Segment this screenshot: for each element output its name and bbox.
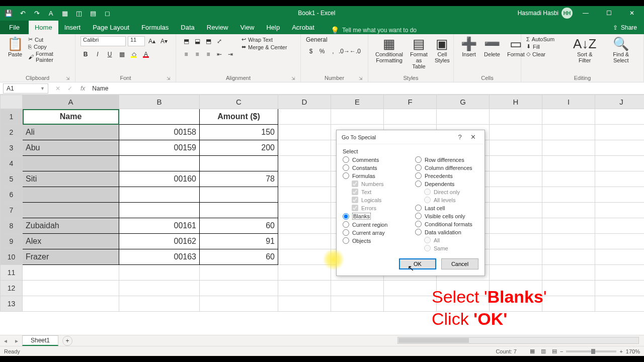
opt-precedents[interactable]: Precedents xyxy=(415,172,478,179)
user-name[interactable]: Hasmadi Hasbi xyxy=(518,10,558,17)
row-header[interactable]: 11 xyxy=(1,265,23,281)
share-button[interactable]: ⇪ Share xyxy=(606,21,644,34)
delete-cells-button[interactable]: ➖Delete xyxy=(482,36,502,58)
cell[interactable] xyxy=(542,265,595,281)
cell[interactable]: 00161 xyxy=(119,218,200,234)
view-normal-icon[interactable]: ▦ xyxy=(527,348,538,354)
cell[interactable] xyxy=(278,296,331,312)
spreadsheet-grid[interactable]: A B C D E F G H I J 1NameAmount ($)2Ali0… xyxy=(0,95,644,335)
cell[interactable]: Zubaidah xyxy=(23,218,119,234)
col-header[interactable]: F xyxy=(384,95,437,109)
tab-page-layout[interactable]: Page Layout xyxy=(87,21,135,34)
cell[interactable]: 91 xyxy=(200,234,278,249)
find-select-button[interactable]: 🔍Find & Select xyxy=(604,36,638,64)
cell[interactable] xyxy=(119,109,200,125)
row-header[interactable]: 5 xyxy=(1,171,23,187)
fill-color-button[interactable]: ◇ xyxy=(129,49,139,59)
cell[interactable] xyxy=(278,265,331,281)
row-header[interactable]: 12 xyxy=(1,281,23,296)
wrap-text-button[interactable]: ↩Wrap Text xyxy=(242,36,287,43)
percent-icon[interactable]: % xyxy=(317,46,327,56)
cell[interactable] xyxy=(595,249,645,265)
clear-button[interactable]: ◇Clear xyxy=(526,51,566,57)
minimize-icon[interactable]: — xyxy=(576,6,596,20)
enter-formula-icon[interactable]: ✓ xyxy=(67,85,72,92)
cell[interactable] xyxy=(200,187,278,203)
cell[interactable]: 150 xyxy=(200,125,278,140)
cell[interactable] xyxy=(119,156,200,171)
accounting-icon[interactable]: $ xyxy=(306,46,316,56)
copy-button[interactable]: ⎘Copy xyxy=(28,44,70,50)
maximize-icon[interactable]: ☐ xyxy=(599,6,619,20)
cell[interactable]: 00162 xyxy=(119,234,200,249)
cell[interactable]: Alex xyxy=(23,234,119,249)
add-sheet-icon[interactable]: + xyxy=(62,336,72,346)
cell[interactable]: Amount ($) xyxy=(200,109,278,125)
bold-button[interactable]: B xyxy=(80,49,91,59)
tab-file[interactable]: File xyxy=(0,21,29,34)
row-header[interactable]: 4 xyxy=(1,156,23,171)
opt-formulas[interactable]: Formulas xyxy=(343,172,406,179)
opt-visible-cells[interactable]: Visible cells only xyxy=(415,213,478,219)
comma-icon[interactable]: , xyxy=(328,46,338,56)
cancel-button[interactable]: Cancel xyxy=(441,258,478,269)
sheet-nav-next-icon[interactable]: ▸ xyxy=(11,337,22,344)
cell[interactable] xyxy=(200,265,278,281)
opt-cond-formats[interactable]: Conditional formats xyxy=(415,221,478,227)
col-header[interactable]: I xyxy=(542,95,595,109)
cell[interactable]: 60 xyxy=(200,218,278,234)
cell[interactable] xyxy=(490,203,542,218)
cell[interactable] xyxy=(278,171,331,187)
launcher-icon[interactable]: ⇲ xyxy=(291,76,295,81)
ok-button[interactable]: OK xyxy=(399,258,436,269)
tell-me[interactable]: 💡 Tell me what you want to do xyxy=(331,26,417,34)
cell[interactable] xyxy=(278,203,331,218)
cell[interactable] xyxy=(331,281,384,296)
cell[interactable] xyxy=(23,281,119,296)
align-center-icon[interactable]: ≡ xyxy=(192,49,202,59)
cell-styles-button[interactable]: ▣Cell Styles xyxy=(433,36,452,64)
cell[interactable] xyxy=(278,218,331,234)
zoom-out-icon[interactable]: − xyxy=(560,348,563,354)
border-button[interactable]: ▦ xyxy=(117,49,127,59)
opt-data-validation[interactable]: Data validation xyxy=(415,229,478,235)
cell[interactable] xyxy=(278,109,331,125)
cell[interactable] xyxy=(595,265,645,281)
paste-button[interactable]: 📋Paste xyxy=(5,36,25,58)
cell[interactable] xyxy=(542,187,595,203)
row-header[interactable]: 10 xyxy=(1,249,23,265)
formula-input[interactable]: Name xyxy=(89,85,644,92)
row-header[interactable]: 2 xyxy=(1,125,23,140)
orientation-icon[interactable]: ⤢ xyxy=(214,36,224,46)
tab-help[interactable]: Help xyxy=(260,21,286,34)
row-header[interactable]: 9 xyxy=(1,234,23,249)
row-header[interactable]: 1 xyxy=(1,109,23,125)
conditional-formatting-button[interactable]: ▦Conditional Formatting xyxy=(373,36,405,64)
cell[interactable] xyxy=(384,281,437,296)
cell[interactable] xyxy=(490,187,542,203)
cell[interactable] xyxy=(595,218,645,234)
cell[interactable] xyxy=(23,265,119,281)
cell[interactable] xyxy=(542,249,595,265)
decrease-decimal-icon[interactable]: ←.0 xyxy=(350,46,360,56)
help-icon[interactable]: ? xyxy=(453,133,466,141)
cell[interactable] xyxy=(542,125,595,140)
zoom-slider[interactable] xyxy=(566,350,616,352)
cell[interactable] xyxy=(119,265,200,281)
cell[interactable]: Frazer xyxy=(23,249,119,265)
row-header[interactable]: 13 xyxy=(1,296,23,312)
cell[interactable]: 00160 xyxy=(119,171,200,187)
cell[interactable] xyxy=(119,187,200,203)
cell[interactable] xyxy=(595,156,645,171)
font-color-button[interactable]: A xyxy=(141,49,151,59)
sheet-nav-prev-icon[interactable]: ◂ xyxy=(0,337,11,344)
italic-button[interactable]: I xyxy=(93,49,103,59)
font-size-select[interactable]: 11 xyxy=(128,36,145,46)
number-format-select[interactable]: General xyxy=(306,36,362,43)
cut-button[interactable]: ✂Cut xyxy=(28,36,70,43)
opt-current-array[interactable]: Current array xyxy=(343,229,406,236)
cell[interactable] xyxy=(542,203,595,218)
cell[interactable] xyxy=(490,234,542,249)
align-middle-icon[interactable]: ⬓ xyxy=(192,36,202,46)
chevron-down-icon[interactable]: ▼ xyxy=(40,86,45,91)
